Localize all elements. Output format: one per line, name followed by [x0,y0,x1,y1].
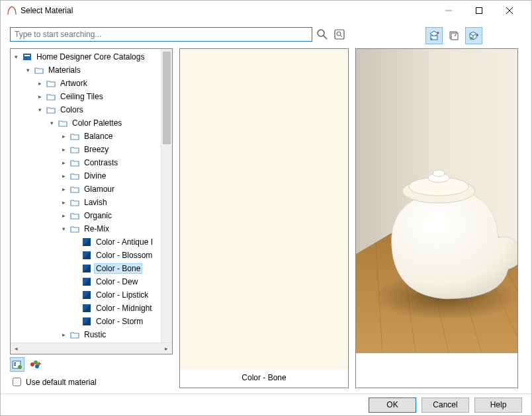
tree-item[interactable]: Rustic [82,329,108,340]
close-button[interactable] [494,1,525,21]
titlebar: Select Material [1,1,531,21]
svg-point-30 [35,364,39,368]
svg-point-27 [18,365,22,369]
add-material-button[interactable] [28,357,43,372]
cancel-button[interactable]: Cancel [421,397,469,413]
expand-toggle[interactable]: ▸ [60,186,67,192]
folder-icon [69,184,80,194]
use-default-material-label: Use default material [26,378,97,387]
expand-toggle[interactable]: ▾ [12,54,20,60]
tree-scrollbar-vertical[interactable] [161,49,172,343]
swatch-pane: Color - Bone [179,48,349,388]
tree-item[interactable]: Home Designer Core Catalogs [34,52,146,62]
folder-icon [58,118,68,128]
expand-toggle[interactable]: ▸ [60,146,67,153]
svg-point-14 [470,37,472,40]
svg-line-8 [340,35,342,37]
tree-item[interactable]: Materials [46,65,83,75]
expand-toggle[interactable]: ▸ [60,199,67,206]
expand-toggle[interactable]: ▸ [36,93,44,100]
expand-toggle[interactable]: ▾ [60,226,67,232]
folder-icon [46,91,56,102]
tree-item[interactable]: Contrasts [82,157,120,168]
tree-item[interactable]: Color - Midnight [94,303,154,313]
svg-rect-15 [23,54,31,60]
material-icon [81,250,92,261]
expand-toggle[interactable]: ▸ [60,212,67,219]
tree-item[interactable]: Color Palettes [70,118,124,128]
search-options-icon[interactable] [332,27,347,42]
svg-line-5 [324,36,327,39]
tree-item[interactable]: Divine [82,171,108,181]
tree-item[interactable]: Color - Lipstick [94,290,150,300]
folder-icon [69,210,80,221]
catalog-tree[interactable]: ▾Home Designer Core Catalogs ▾Materials … [10,48,173,354]
tree-item[interactable]: Artwork [58,78,89,89]
search-input[interactable] [10,27,312,42]
app-icon [7,6,17,15]
material-icon [81,290,92,300]
tree-item[interactable]: Balance [82,131,114,142]
tree-item[interactable]: Breezy [82,144,111,155]
expand-toggle[interactable]: ▸ [60,331,67,338]
expand-toggle[interactable]: ▾ [48,120,56,126]
expand-toggle[interactable]: ▸ [60,133,67,140]
tree-item[interactable]: Ceiling Tiles [58,91,105,102]
expand-toggle[interactable]: ▸ [60,159,67,166]
material-icon [81,237,92,247]
preview-3d[interactable] [355,48,518,388]
folder-icon [69,131,80,142]
expand-toggle[interactable]: ▸ [36,80,44,87]
svg-point-28 [30,362,34,366]
tree-item[interactable]: Glamour [82,184,116,194]
ok-button[interactable]: OK [369,397,416,413]
folder-icon [34,65,44,75]
toggle-preview-button[interactable] [425,27,443,44]
svg-point-4 [318,30,324,36]
material-icon [81,316,92,327]
catalog-icon [22,52,32,62]
tree-item[interactable]: Re-Mix [82,224,111,234]
svg-rect-25 [14,362,16,364]
use-default-material-checkbox[interactable] [13,378,21,386]
tree-item[interactable]: Organic [82,210,114,221]
svg-point-11 [431,38,433,40]
folder-icon [69,171,80,181]
material-swatch [180,49,348,369]
tree-item[interactable]: Color - Storm [94,316,145,327]
search-icon[interactable] [315,27,330,42]
svg-rect-6 [335,30,344,39]
material-icon [81,263,92,274]
tree-item[interactable]: Lavish [82,197,109,208]
expand-toggle[interactable]: ▾ [24,67,32,73]
svg-rect-1 [476,8,482,14]
tree-scrollbar-horizontal[interactable]: ◂▸ [11,343,172,354]
library-filter-button[interactable] [10,357,24,372]
tree-item[interactable]: Color - Dew [94,276,140,287]
tree-item[interactable]: Color - Antique I [94,237,155,247]
minimize-button[interactable] [433,1,464,21]
folder-icon [69,157,80,168]
maximize-button[interactable] [464,1,494,21]
svg-rect-26 [14,364,16,366]
dialog-footer: OK Cancel Help [1,394,531,415]
svg-point-46 [433,170,445,177]
svg-rect-16 [24,55,30,56]
material-icon [81,303,92,313]
folder-icon [69,329,80,340]
material-icon [81,276,92,287]
tree-item[interactable]: Color - Blossom [94,250,154,261]
folder-icon [46,104,56,115]
render-options-button[interactable] [465,27,482,44]
expand-toggle[interactable]: ▸ [60,173,67,179]
tree-item[interactable]: Colors [58,104,85,115]
folder-icon [69,144,80,155]
plant-preview-button[interactable] [445,27,463,44]
folder-icon [46,78,56,89]
window-title: Select Material [21,6,433,15]
help-button[interactable]: Help [474,397,522,413]
expand-toggle[interactable]: ▾ [36,106,44,113]
folder-icon [69,224,80,234]
folder-icon [69,197,80,208]
tree-item-selected[interactable]: Color - Bone [94,263,142,274]
